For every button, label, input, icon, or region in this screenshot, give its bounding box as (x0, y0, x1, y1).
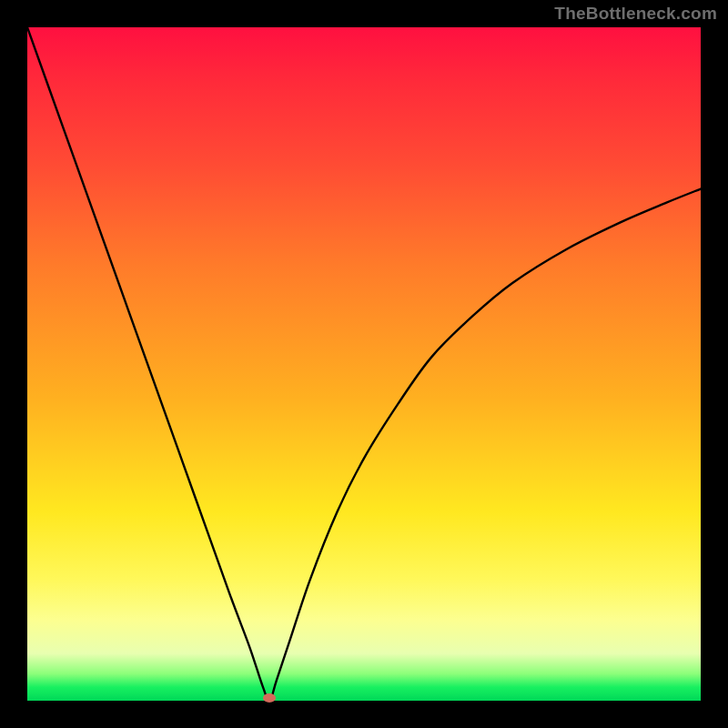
watermark-text: TheBottleneck.com (554, 4, 717, 24)
bottleneck-curve (27, 27, 701, 701)
chart-frame: TheBottleneck.com (0, 0, 728, 728)
minimum-marker (263, 693, 276, 703)
plot-area (27, 27, 701, 701)
